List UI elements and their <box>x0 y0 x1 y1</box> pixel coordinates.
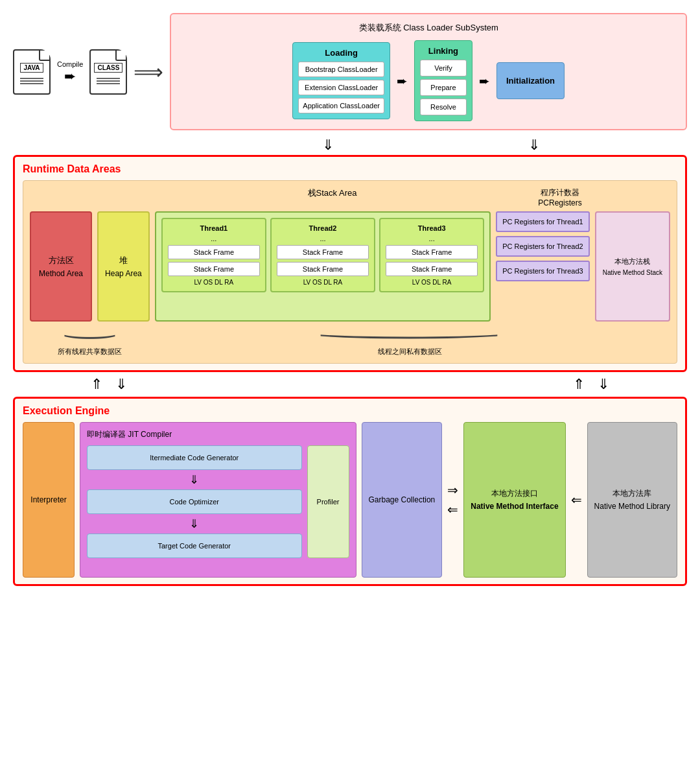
native-interface-cn: 本地方法接口 <box>491 488 538 499</box>
method-area-cn: 方法区 <box>49 255 74 266</box>
thread2-box: Thread2 ... Stack Frame Stack Frame LV O… <box>270 218 375 292</box>
profiler-label: Profiler <box>317 498 340 506</box>
resolve-item: Resolve <box>420 99 467 115</box>
pc-reg3: PC Registers for Thread3 <box>496 261 590 281</box>
classloader-title: 类装载系统 Class Loader SubSystem <box>181 22 676 34</box>
stack-threads-area: Thread1 ... Stack Frame Stack Frame LV O… <box>155 211 491 322</box>
extension-loader: Extension ClassLoader <box>298 80 384 95</box>
up-arrow-2: ⇑ <box>573 376 585 393</box>
thread3-dots: ... <box>386 235 478 242</box>
heap-area-box: 堆 Heap Area <box>97 211 150 322</box>
runtime-box: Runtime Data Areas 栈Stack Area 程序计数器 PCR… <box>13 155 687 372</box>
native-stack-en: Native Method Stack <box>603 269 662 276</box>
thread3-box: Thread3 ... Stack Frame Stack Frame LV O… <box>379 218 484 292</box>
up-arrow-1: ⇑ <box>91 376 102 393</box>
thread2-frame1: Stack Frame <box>277 245 369 259</box>
class-label: CLASS <box>94 63 122 73</box>
initialization-box: Initialization <box>496 62 565 99</box>
jit-step2: Code Optimizer <box>87 489 302 514</box>
verify-item: Verify <box>420 60 467 76</box>
thread1-box: Thread1 ... Stack Frame Stack Frame LV O… <box>161 218 266 292</box>
heap-en: Heap Area <box>105 269 142 278</box>
top-section: JAVA Compile ➨ CLASS ⟹ 类装载系统 Class Loade… <box>13 13 687 130</box>
loading-title: Loading <box>298 48 384 58</box>
pc-registers-area: PC Registers for Thread1 PC Registers fo… <box>496 211 590 322</box>
down-arrow-3: ⇓ <box>115 376 127 393</box>
compile-arrow: Compile ➨ <box>57 60 83 84</box>
arrow-icon: ➨ <box>64 69 76 84</box>
thread3-frame2: Stack Frame <box>386 262 478 276</box>
jit-outer-box: 即时编译器 JIT Compiler Itermediate Code Gene… <box>80 422 356 578</box>
loading-box: Loading Bootstrap ClassLoader Extension … <box>292 42 390 119</box>
native-library-box: 本地方法库 Native Method Library <box>587 422 677 578</box>
jit-arrow2: ⇓ <box>87 517 302 531</box>
jit-title: 即时编译器 JIT Compiler <box>87 429 349 440</box>
lib-to-interface-arrow: ⇐ <box>571 422 582 578</box>
thread2-bottom: LV OS DL RA <box>277 279 369 286</box>
down-arrow-4: ⇓ <box>598 376 609 393</box>
native-interface-box: 本地方法接口 Native Method Interface <box>463 422 565 578</box>
bootstrap-loader: Bootstrap ClassLoader <box>298 62 384 77</box>
native-library-en: Native Method Library <box>594 502 670 511</box>
profiler-box: Profiler <box>307 445 349 558</box>
thread1-dots: ... <box>168 235 260 242</box>
big-arrow: ⟹ <box>134 60 163 84</box>
jit-arrow1: ⇓ <box>87 473 302 487</box>
shared-label: 所有线程共享数据区 <box>58 347 122 357</box>
native-stack-cn: 本地方法栈 <box>614 257 650 266</box>
linking-box: Linking Verify Prepare Resolve <box>414 40 472 121</box>
native-interface-en: Native Method Interface <box>471 502 558 511</box>
thread1-bottom: LV OS DL RA <box>168 279 260 286</box>
application-loader: Application ClassLoader <box>298 98 384 113</box>
java-label: JAVA <box>20 63 43 73</box>
runtime-title: Runtime Data Areas <box>23 163 677 175</box>
thread3-name: Thread3 <box>386 224 478 232</box>
native-library-cn: 本地方法库 <box>612 488 651 499</box>
linking-to-init-arrow: ➨ <box>479 73 490 89</box>
classloader-box: 类装载系统 Class Loader SubSystem Loading Boo… <box>170 13 687 130</box>
pc-reg1: PC Registers for Thread1 <box>496 211 590 232</box>
jit-step1: Itermediate Code Generator <box>87 445 302 470</box>
garbage-label: Garbage Collection <box>369 495 436 504</box>
native-stack-box: 本地方法栈 Native Method Stack <box>595 211 670 322</box>
loading-to-linking-arrow: ➨ <box>397 73 408 89</box>
pc-title: 程序计数器 PCRegisters <box>515 187 605 207</box>
heap-cn: 堆 <box>119 255 128 266</box>
private-label: 线程之间私有数据区 <box>378 347 442 357</box>
execution-title: Execution Engine <box>23 405 677 417</box>
thread2-frame2: Stack Frame <box>277 262 369 276</box>
thread3-frame1: Stack Frame <box>386 245 478 259</box>
linking-title: Linking <box>420 46 467 56</box>
jit-step3: Target Code Generator <box>87 534 302 558</box>
thread3-bottom: LV OS DL RA <box>386 279 478 286</box>
runtime-to-exec-arrows: ⇑ ⇓ ⇑ ⇓ <box>13 376 687 393</box>
method-area-en: Method Area <box>39 269 83 278</box>
prepare-item: Prepare <box>420 79 467 96</box>
thread2-name: Thread2 <box>277 224 369 232</box>
compile-label: Compile <box>57 60 83 68</box>
cl-to-runtime-arrows: ⇓ ⇓ <box>13 138 687 152</box>
thread1-frame1: Stack Frame <box>168 245 260 259</box>
class-file-icon: CLASS <box>89 49 127 95</box>
garbage-box: Garbage Collection <box>362 422 443 578</box>
runtime-inner: 栈Stack Area 程序计数器 PCRegisters 方法区 Method… <box>23 180 677 364</box>
execution-box: Execution Engine Interpreter 即时编译器 JIT C… <box>13 397 687 586</box>
thread1-frame2: Stack Frame <box>168 262 260 276</box>
thread1-name: Thread1 <box>168 224 260 232</box>
down-arrow-2: ⇓ <box>528 138 540 152</box>
interpreter-box: Interpreter <box>23 422 75 578</box>
interpreter-label: Interpreter <box>30 495 66 504</box>
initialization-label: Initialization <box>506 76 555 86</box>
gc-to-native-arrows: ⇒ ⇐ <box>447 422 458 578</box>
java-file-icon: JAVA <box>13 49 51 95</box>
down-arrow-1: ⇓ <box>322 138 334 152</box>
method-area-box: 方法区 Method Area <box>30 211 92 322</box>
pc-reg2: PC Registers for Thread2 <box>496 236 590 257</box>
thread2-dots: ... <box>277 235 369 242</box>
stack-area-title: 栈Stack Area <box>150 187 515 207</box>
